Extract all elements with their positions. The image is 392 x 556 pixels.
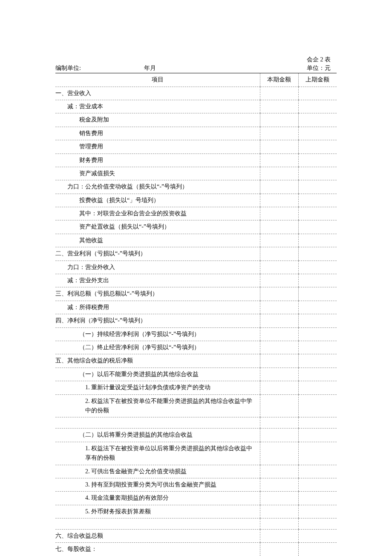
unit-label: 单位：元 (307, 64, 337, 72)
table-row: 其他收益 (55, 234, 337, 247)
prev-amount-cell (298, 167, 337, 180)
header-right: 会企 2 表 单位：元 (307, 55, 337, 72)
prev-amount-cell (298, 207, 337, 220)
table-row: 1. 重新计量设定受益计划净负债或净资产的变动 (55, 381, 337, 394)
row-label: 资产处置收益（损失以“-”号填列） (55, 220, 260, 234)
prev-amount-cell (298, 327, 337, 341)
prev-amount-cell (298, 429, 337, 442)
row-label (55, 518, 260, 530)
prev-amount-cell (298, 274, 337, 287)
current-amount-cell (260, 354, 298, 368)
current-amount-cell (260, 505, 298, 518)
current-amount-cell (260, 314, 298, 327)
income-statement-table: 项目 本期金额 上期金额 一、营业收入减：营业成本税金及附加销售费用管理费用财务… (55, 73, 337, 556)
current-amount-cell (260, 274, 298, 287)
prev-amount-cell (298, 220, 337, 234)
row-label: 减：所得税费用 (55, 301, 260, 314)
prev-amount-cell (298, 530, 337, 543)
current-amount-cell (260, 478, 298, 491)
row-label: 资产减值损失 (55, 167, 260, 180)
current-amount-cell (260, 465, 298, 478)
row-label: 六、综合收益总额 (55, 530, 260, 543)
current-amount-cell (260, 220, 298, 234)
prev-amount-cell (298, 261, 337, 274)
table-row: 2. 权益法下在被投资单位不能重分类进损益的其他综合收益中学中的份额 (55, 394, 337, 417)
table-row (55, 417, 337, 429)
table-row: 减：营业外支出 (55, 274, 337, 287)
current-amount-cell (260, 417, 298, 429)
current-amount-cell (260, 153, 298, 167)
row-label (55, 417, 260, 429)
row-label: 力口：公允价值变动收益（损失以“-”号填列） (55, 180, 260, 194)
prev-amount-cell (298, 478, 337, 491)
row-label: 2. 权益法下在被投资单位不能重分类进损益的其他综合收益中学中的份额 (55, 394, 260, 417)
table-row: 资产处置收益（损失以“-”号填列） (55, 220, 337, 234)
current-amount-cell (260, 442, 298, 465)
current-amount-cell (260, 167, 298, 180)
current-amount-cell (260, 530, 298, 543)
prev-amount-cell (298, 417, 337, 429)
row-label: 4. 现金流量套期损益的有效部分 (55, 492, 260, 505)
prev-amount-cell (298, 492, 337, 505)
prepared-by: 编制单位: (55, 64, 81, 72)
prev-amount-cell (298, 140, 337, 153)
current-amount-cell (260, 261, 298, 274)
prev-amount-cell (298, 341, 337, 354)
table-row: 税金及附加 (55, 113, 337, 127)
current-amount-cell (260, 429, 298, 442)
current-amount-cell (260, 113, 298, 127)
current-amount-cell (260, 287, 298, 301)
row-label: 投费收益（损失以“」号埴列） (55, 194, 260, 207)
prev-amount-cell (298, 465, 337, 478)
current-amount-cell (260, 394, 298, 417)
form-number: 会企 2 表 (307, 55, 337, 64)
table-row: 5. 外币财务报表折算差额 (55, 505, 337, 518)
prev-amount-cell (298, 301, 337, 314)
row-label: （二）以后将重分类进损益的其他综合收益 (55, 429, 260, 442)
prev-amount-cell (298, 127, 337, 140)
prepared-by-label: 编制单位: (55, 64, 81, 72)
prev-amount-cell (298, 194, 337, 207)
table-row: 2. 可供出售金融资产公允价值变动损益 (55, 465, 337, 478)
row-label: 一、营业收入 (55, 87, 260, 100)
table-row: 一、营业收入 (55, 87, 337, 100)
row-label: 5. 外币财务报表折算差额 (55, 505, 260, 518)
table-row: 4. 现金流量套期损益的有效部分 (55, 492, 337, 505)
row-label: 其他收益 (55, 234, 260, 247)
prev-amount-cell (298, 518, 337, 530)
table-row: （二）终止经营净利润（净亏损以“-”号填列） (55, 341, 337, 354)
date-label: 年月 (144, 65, 156, 71)
current-amount-cell (260, 518, 298, 530)
prev-amount-cell (298, 314, 337, 327)
date-area: 年月 (81, 64, 307, 72)
row-label: 税金及附加 (55, 113, 260, 127)
prev-amount-cell (298, 87, 337, 100)
row-label: 销售费用 (55, 127, 260, 140)
prev-amount-cell (298, 368, 337, 381)
col-header-prev: 上期金额 (298, 73, 337, 87)
table-row: 管理费用 (55, 140, 337, 153)
row-label: 三、利润总额（亏损总额以“-”号填列） (55, 287, 260, 301)
row-label: 2. 可供出售金融资产公允价值变动损益 (55, 465, 260, 478)
current-amount-cell (260, 381, 298, 394)
current-amount-cell (260, 234, 298, 247)
table-row: 三、利润总额（亏损总额以“-”号填列） (55, 287, 337, 301)
prev-amount-cell (298, 287, 337, 301)
row-label: 减：营业成本 (55, 100, 260, 113)
row-label: 1. 重新计量设定受益计划净负债或净资产的变动 (55, 381, 260, 394)
prev-amount-cell (298, 100, 337, 113)
table-row: 力口：公允价值变动收益（损失以“-”号填列） (55, 180, 337, 194)
table-row: 七、每股收益： (55, 543, 337, 556)
row-label: 3. 持有至到期投资重分类为可供出售金融资产损益 (55, 478, 260, 491)
row-label: 四、净利润（净亏损以“-”号填列） (55, 314, 260, 327)
row-label: 财务费用 (55, 153, 260, 167)
current-amount-cell (260, 301, 298, 314)
prev-amount-cell (298, 180, 337, 194)
col-header-current: 本期金额 (260, 73, 298, 87)
prev-amount-cell (298, 394, 337, 417)
table-header-row: 项目 本期金额 上期金额 (55, 73, 337, 87)
table-row: 五、其他综合收益的税后净额 (55, 354, 337, 368)
table-row (55, 518, 337, 530)
row-label: （一）持续经营净利润（净亏损以“-”号填列） (55, 327, 260, 341)
row-label: （二）终止经营净利润（净亏损以“-”号填列） (55, 341, 260, 354)
